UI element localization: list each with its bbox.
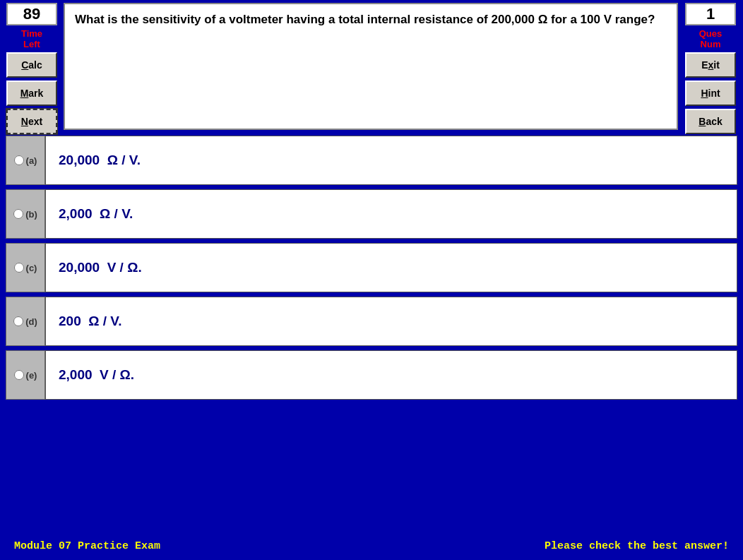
- answer-text-c[interactable]: 20,000 V / Ω.: [45, 243, 737, 292]
- module-text: Module 07 Practice Exam: [14, 540, 160, 552]
- radio-a[interactable]: [14, 155, 24, 165]
- answer-text-e[interactable]: 2,000 V / Ω.: [45, 350, 737, 400]
- footer: Module 07 Practice Exam Please check the…: [0, 532, 743, 560]
- label-b: (b): [25, 209, 37, 220]
- radio-col-a[interactable]: (a): [6, 136, 45, 185]
- answer-text-d[interactable]: 200 Ω / V.: [45, 297, 737, 346]
- radio-b[interactable]: [13, 209, 23, 219]
- question-text: What is the sensitivity of a voltmeter h…: [75, 11, 667, 28]
- label-e: (e): [26, 370, 37, 381]
- radio-d[interactable]: [13, 316, 23, 326]
- label-a: (a): [26, 155, 37, 166]
- answer-text-b[interactable]: 2,000 Ω / V.: [45, 189, 737, 239]
- answer-text-a[interactable]: 20,000 Ω / V.: [45, 136, 737, 185]
- answer-row-c: (c) 20,000 V / Ω.: [6, 243, 737, 292]
- mark-button[interactable]: Mark: [6, 81, 57, 106]
- radio-col-e[interactable]: (e): [6, 350, 45, 400]
- exit-button[interactable]: Exit: [685, 52, 736, 78]
- instruction-text: Please check the best answer!: [545, 540, 729, 552]
- ques-num-display: 1: [685, 3, 736, 25]
- time-label: TimeLeft: [21, 28, 42, 49]
- radio-col-d[interactable]: (d): [6, 297, 45, 346]
- radio-col-b[interactable]: (b): [6, 189, 45, 239]
- timer-display: 89: [6, 3, 57, 25]
- answers-section: (a) 20,000 Ω / V. (b) 2,000 Ω / V. (c) 2…: [3, 136, 740, 557]
- answer-row-e: (e) 2,000 V / Ω.: [6, 350, 737, 400]
- ques-num-label: QuesNum: [699, 28, 723, 49]
- answer-row-a: (a) 20,000 Ω / V.: [6, 136, 737, 185]
- answer-row-b: (b) 2,000 Ω / V.: [6, 189, 737, 239]
- label-d: (d): [25, 316, 37, 327]
- radio-c[interactable]: [14, 263, 24, 273]
- question-panel: What is the sensitivity of a voltmeter h…: [64, 3, 678, 130]
- calc-button[interactable]: Calc: [6, 52, 57, 78]
- radio-e[interactable]: [14, 370, 24, 380]
- next-button[interactable]: Next: [6, 109, 57, 134]
- answer-row-d: (d) 200 Ω / V.: [6, 297, 737, 346]
- radio-col-c[interactable]: (c): [6, 243, 45, 292]
- hint-button[interactable]: Hint: [685, 81, 736, 106]
- back-button[interactable]: Back: [685, 109, 736, 134]
- label-c: (c): [26, 263, 37, 273]
